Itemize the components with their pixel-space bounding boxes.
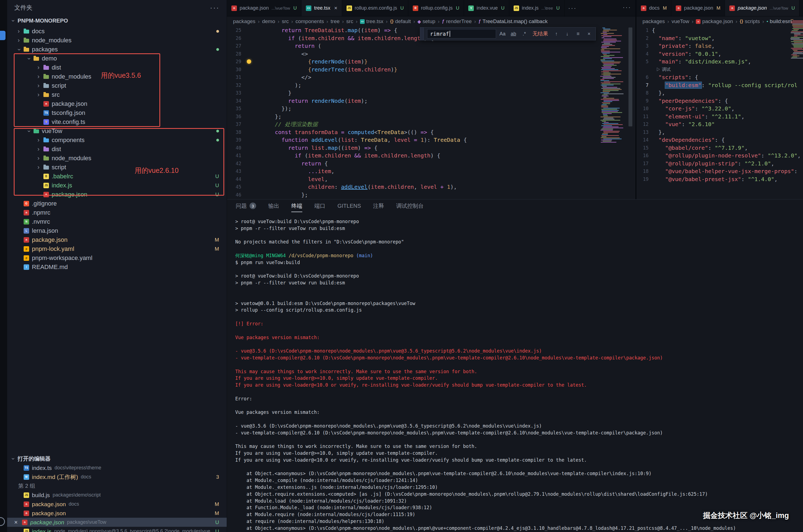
prev-match-button[interactable]: ↑ [552,30,561,38]
open-editor-package.json[interactable]: npackage.jsonM [7,509,227,518]
breadcrumb-item[interactable]: src [282,18,289,24]
lightbulb-icon[interactable] [247,59,251,64]
breadcrumb-item[interactable]: vueTow [672,18,689,24]
tree-item-src[interactable]: ›src [7,90,227,99]
panel-tab-输出[interactable]: 输出 [268,200,279,212]
tree-item-.babelrc[interactable]: B.babelrcU [7,172,227,181]
scrollbar[interactable] [628,26,633,199]
tree-item-.nvmrc[interactable]: N.nvmrc [7,217,227,226]
git-badge: U [501,5,504,11]
explorer-section-header[interactable]: › PNPM-MONOREPO [7,15,227,26]
tree-item-vueTow[interactable]: ›vueTow [7,127,227,135]
tree-item-packages[interactable]: ›packages [7,45,227,54]
breadcrumb-separator-icon: › [278,18,279,24]
code-line: 9 "peerDependencies": { [636,97,803,105]
sidebar-more-icon[interactable]: ··· [210,4,219,12]
find-input[interactable]: rimraf [427,29,496,38]
breadcrumb-item[interactable]: ▪build:esm [766,18,792,24]
regex-button[interactable]: .* [520,30,529,38]
breadcrumb-item[interactable]: components [295,18,324,24]
breadcrumb-item[interactable]: <>tree.tsx [360,18,383,24]
tab-rollup.esm.config.js[interactable]: JSrollup.esm.config.jsU [342,0,408,16]
tree-item-.gitignore[interactable]: G.gitignore [7,199,227,208]
scrollbar-thumb[interactable] [629,27,632,127]
tree-item-pnpm-workspace.yaml[interactable]: ppnpm-workspace.yaml [7,253,227,262]
tab-docs[interactable]: ndocsM [636,0,671,16]
next-match-button[interactable]: ↓ [563,30,572,38]
tab-index.js[interactable]: JSindex.js...\treeU [509,0,565,16]
tab-index.vue[interactable]: Vindex.vueU [464,0,509,16]
panel-tab-终端[interactable]: 终端 [291,200,302,212]
tree-item-script[interactable]: ›script [7,163,227,172]
breadcrumb-item[interactable]: src [346,18,353,24]
code-line: 38 const transformData = computed<TreeDa… [227,128,635,136]
breadcrumb-item[interactable]: {}default [390,18,411,24]
panel-tab-GITLENS[interactable]: GITLENS [338,200,361,212]
tree-item-pnpm-lock.yaml[interactable]: ppnpm-lock.yamlM [7,244,227,253]
code-editor-tree-tsx[interactable]: 25 return TreeDataList.map((item) => {26… [227,26,635,199]
tree-item-vite.config.ts[interactable]: Vvite.config.ts [7,117,227,127]
panel-tab-注释[interactable]: 注释 [373,200,384,212]
editor-actions-icon[interactable]: ··· [623,4,631,11]
tree-item-tsconfig.json[interactable]: TStsconfig.json [7,108,227,117]
open-editor-index.ts[interactable]: TSindex.tsdocs\vitepress\theme [7,463,227,472]
tree-item-README.md[interactable]: iREADME.md [7,262,227,271]
tree-item-components[interactable]: ›components [7,135,227,145]
panel-tab-问题[interactable]: 问题3 [236,200,256,212]
tree-item-lerna.json[interactable]: Llerna.json [7,226,227,235]
find-toggle-handle[interactable] [420,27,424,40]
breadcrumb-item[interactable]: ƒTreeDataList.map() callback [478,18,548,24]
panel-tab-端口[interactable]: 端口 [314,200,325,212]
tab-package.json[interactable]: npackage.json...\vueTowU [725,0,799,16]
tree-item-dist[interactable]: ›dist [7,145,227,154]
close-find-button[interactable]: × [585,30,593,38]
tab-rollup.config.js[interactable]: Rrollup.config.jsU [408,0,464,16]
tree-item-package.json[interactable]: npackage.json [7,99,227,108]
tree-item-docs[interactable]: ›docs [7,27,227,36]
open-editor-index.md (工作树)[interactable]: Mindex.md (工作树)docs3 [7,472,227,481]
code-line: 3 "private": false, [636,42,803,50]
tree-item-package.json[interactable]: npackage.jsonM [7,235,227,244]
tree-item-demo[interactable]: ›demo [7,54,227,63]
tab-package.json[interactable]: npackage.jsonM [671,0,725,16]
open-editor-build.js[interactable]: JSbuild.jspackages\demo\script [7,491,227,499]
tree-item-label: pnpm-workspace.yaml [32,254,92,262]
match-case-button[interactable]: Aa [498,30,507,38]
code-editor-package-json[interactable]: 1{2 "name": "vuetow",3 "private": false,… [636,26,803,199]
tree-item-script[interactable]: ›script [7,81,227,90]
codelens-debug[interactable]: ▷ 调试 [652,66,671,74]
breadcrumb-item[interactable]: npackage.json [696,18,733,24]
close-icon[interactable]: × [13,519,19,526]
activity-bar[interactable] [0,0,7,532]
tree-item-node_modules[interactable]: ›node_modules [7,36,227,45]
code-text: "devDependencies": { [652,136,725,144]
minimap[interactable] [599,26,624,147]
panel-tab-调试控制台[interactable]: 调试控制台 [396,200,424,212]
terminal[interactable]: > root@ vueTow:build D:\vsCode\pnpm-mono… [227,212,803,532]
whole-word-button[interactable]: ab [509,30,518,38]
close-icon[interactable]: × [334,5,338,11]
tree-item-index.js[interactable]: JSindex.jsU [7,181,227,190]
tab-package.json[interactable]: npackage.json...\vueTowU [227,0,302,16]
breadcrumb-item[interactable]: {}scripts [740,18,760,24]
breadcrumb-item[interactable]: packages [233,18,255,24]
tab-tree.tsx[interactable]: <>tree.tsx× [302,0,342,16]
tree-item-.npmrc[interactable]: n.npmrc [7,208,227,217]
tree-item-package.json[interactable]: npackage.jsonU [7,190,227,199]
tree-item-node_modules[interactable]: ›node_modules [7,154,227,163]
open-editor-package.json[interactable]: ×npackage.jsonpackages\vueTowU [7,518,227,527]
breadcrumb-item[interactable]: demo [262,18,275,24]
breadcrumb-item[interactable]: ◈setup [417,18,435,24]
minimap[interactable] [789,18,803,60]
open-editors-header[interactable]: › 打开的编辑器 [7,454,227,463]
chevron-right-icon: › [36,92,41,98]
open-editor-index.js[interactable]: JSindex.jsnode_modules\.pnpm\vue@3.5.6_t… [7,527,227,532]
find-in-selection-button[interactable]: ≡ [574,30,582,38]
breadcrumb-item[interactable]: packages [643,18,665,24]
breadcrumb-item[interactable]: tree [331,18,340,24]
breadcrumb-item[interactable]: ƒrenderTree [442,18,472,24]
account-icon[interactable] [0,517,5,526]
terminal-line: at Module.load (node:internal/modules/cj… [235,498,803,505]
open-editor-package.json[interactable]: npackage.jsondocsM [7,499,227,509]
more-tabs-icon[interactable]: ··· [565,0,581,16]
